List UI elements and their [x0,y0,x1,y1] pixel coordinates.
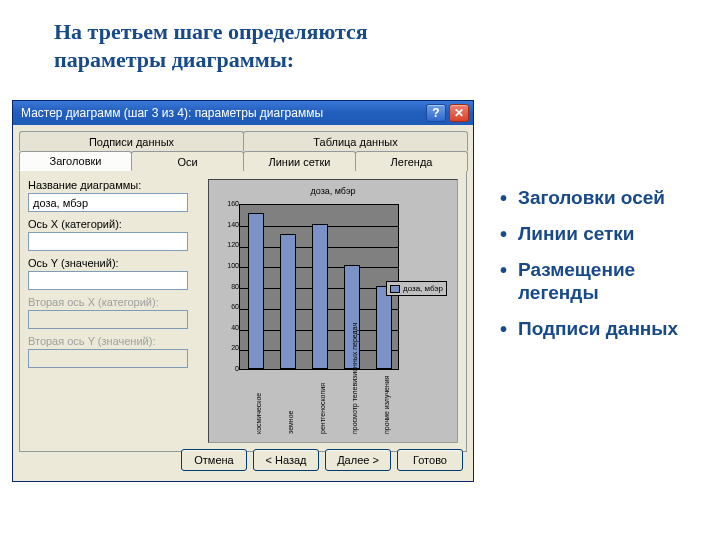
slide-title: На третьем шаге определяются параметры д… [54,18,434,73]
y2-axis-label: Вторая ось Y (значений): [28,335,200,347]
bullet-list: Заголовки осей Линии сетки Размещение ле… [500,186,700,353]
x-axis-label: Ось X (категорий): [28,218,200,230]
tab-legend[interactable]: Легенда [355,151,468,171]
tab-gridlines[interactable]: Линии сетки [243,151,356,171]
tab-body: Название диаграммы: Ось X (категорий): О… [19,170,467,452]
window-title: Мастер диаграмм (шаг 3 из 4): параметры … [21,106,323,120]
tab-data-labels[interactable]: Подписи данных [19,131,244,151]
x-axis-input[interactable] [28,232,188,251]
tab-axes[interactable]: Оси [131,151,244,171]
chart-preview-title: доза, мбэр [215,186,451,196]
chart-title-label: Название диаграммы: [28,179,200,191]
chart-preview: доза, мбэр 160140120100806040200 космиче… [208,179,458,443]
y-axis-ticks: 160140120100806040200 [219,200,239,372]
tab-titles[interactable]: Заголовки [19,151,132,171]
wizard-dialog: Мастер диаграмм (шаг 3 из 4): параметры … [12,100,474,482]
form-column: Название диаграммы: Ось X (категорий): О… [28,179,200,443]
x-axis-labels: космическоеземноерентгеноскопияпросмотр … [239,372,399,442]
bullet-item: Размещение легенды [500,258,700,306]
finish-button[interactable]: Готово [397,449,463,471]
next-button[interactable]: Далее > [325,449,391,471]
bar [248,213,264,369]
bullet-item: Подписи данных [500,317,700,341]
legend-text: доза, мбэр [403,284,443,293]
help-button[interactable]: ? [426,104,446,122]
close-button[interactable]: ✕ [449,104,469,122]
bullet-item: Линии сетки [500,222,700,246]
chart-legend: доза, мбэр [386,281,447,296]
bar [376,286,392,369]
button-row: Отмена < Назад Далее > Готово [181,449,463,471]
chart-title-input[interactable] [28,193,188,212]
back-button[interactable]: < Назад [253,449,319,471]
tabs-area: Подписи данных Таблица данных Заголовки … [13,125,473,452]
bar [280,234,296,369]
bullet-item: Заголовки осей [500,186,700,210]
chart-plot-area [239,204,399,370]
y-axis-input[interactable] [28,271,188,290]
titlebar[interactable]: Мастер диаграмм (шаг 3 из 4): параметры … [13,101,473,125]
y2-axis-input [28,349,188,368]
legend-swatch-icon [390,285,400,293]
bar [312,224,328,369]
tab-data-table[interactable]: Таблица данных [243,131,468,151]
cancel-button[interactable]: Отмена [181,449,247,471]
x2-axis-input [28,310,188,329]
x2-axis-label: Вторая ось X (категорий): [28,296,200,308]
y-axis-label: Ось Y (значений): [28,257,200,269]
